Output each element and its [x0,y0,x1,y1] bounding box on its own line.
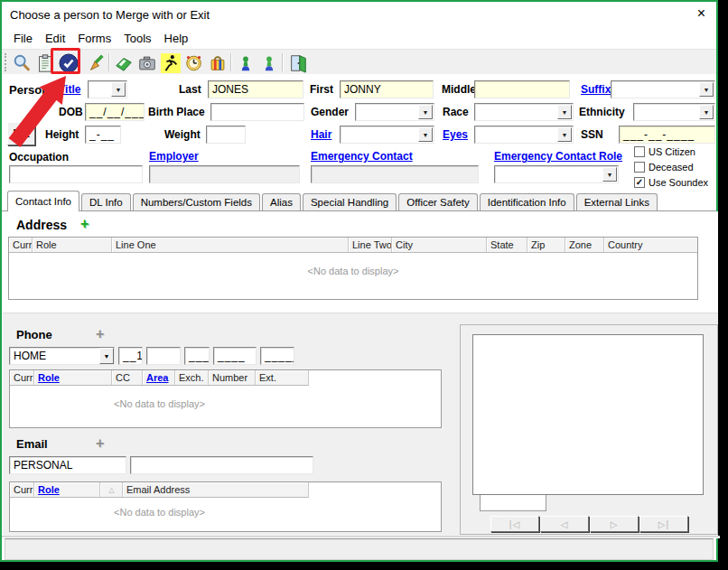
gender-select[interactable]: ▼ [355,103,434,121]
column-header-zip[interactable]: Zip [527,238,565,252]
tab-numbers-custom-fields[interactable]: Numbers/Custom Fields [133,193,260,211]
phone-number-field[interactable]: ____ [213,347,257,365]
middle-name-field[interactable] [474,80,570,98]
hair-link[interactable]: Hair [311,128,331,141]
height-field[interactable]: _-__ [85,126,121,144]
column-header-state[interactable]: State [487,238,527,252]
chevron-down-icon[interactable]: ▼ [111,82,126,97]
eyes-link[interactable]: Eyes [443,128,468,141]
email-grid[interactable]: Curr Role △ Email Address <No data to di… [9,481,442,532]
checkbox-mark[interactable] [634,162,645,173]
chevron-down-icon[interactable]: ▼ [418,105,433,119]
record-first-button[interactable]: |◁ [490,516,539,532]
column-header-city[interactable]: City [392,238,487,252]
tab-external-links[interactable]: External Links [576,193,658,211]
deceased-checkbox[interactable]: Deceased [634,162,694,173]
chevron-down-icon[interactable]: ▼ [99,348,114,364]
close-icon[interactable]: × [697,6,705,21]
add-address-icon[interactable]: + [80,216,89,232]
record-prev-button[interactable]: ◁ [540,516,589,532]
runner-icon[interactable] [160,52,182,74]
column-header-line-two[interactable]: Line Two [349,238,392,252]
tab-contact-info[interactable]: Contact Info [7,191,79,211]
phone-cc-field[interactable]: __1 [118,347,143,365]
record-next-button[interactable]: ▷ [590,516,639,532]
chevron-down-icon[interactable]: ▼ [699,82,714,97]
column-header-zone[interactable]: Zone [565,238,604,252]
emergency-contact-link[interactable]: Emergency Contact [311,150,413,163]
phone-exchange-field[interactable]: ___ [184,347,210,365]
emergency-contact-role-link[interactable]: Emergency Contact Role [494,150,622,163]
occupation-field[interactable] [9,165,143,183]
menu-forms[interactable]: Forms [71,30,117,47]
phone-ext-field[interactable]: _____ [260,347,294,365]
chevron-down-icon[interactable]: ▼ [557,127,572,142]
address-grid[interactable]: Curr Role Line One Line Two City State Z… [8,237,698,300]
person-blue-icon[interactable] [235,52,257,74]
ethnicity-select[interactable]: ▼ [633,103,715,121]
column-header-ext[interactable]: Ext. [256,370,308,385]
eyes-select[interactable]: ▼ [474,126,574,144]
clock-icon[interactable] [183,52,205,74]
email-address-field[interactable] [130,456,313,474]
camera-icon[interactable] [136,52,158,74]
column-header-line-one[interactable]: Line One [112,238,349,252]
suffix-link[interactable]: Suffix [581,83,611,96]
employer-link[interactable]: Employer [149,150,199,163]
last-name-field[interactable]: JONES [208,80,303,98]
phone-area-select[interactable] [146,347,181,365]
column-header-curr[interactable]: Curr [9,238,33,252]
checkbox-mark[interactable]: ✓ [634,177,645,188]
race-select[interactable]: ▼ [474,103,574,121]
tab-dl-info[interactable]: DL Info [81,193,131,211]
checkbox-mark[interactable] [634,146,645,157]
person-green-icon[interactable] [258,52,280,74]
search-icon[interactable] [11,52,33,74]
email-type-select[interactable]: PERSONAL [9,456,126,474]
menu-help[interactable]: Help [158,30,195,47]
chevron-down-icon[interactable]: ▼ [418,127,433,142]
column-header-cc[interactable]: CC [112,370,143,385]
record-last-button[interactable]: ▷| [639,516,688,532]
column-header-role[interactable]: Role [33,238,112,252]
tab-special-handling[interactable]: Special Handling [303,193,397,211]
menu-tools[interactable]: Tools [117,30,157,47]
column-header-role[interactable]: Role [34,482,100,497]
exit-door-icon[interactable] [287,52,309,74]
column-header-area[interactable]: Area [143,370,175,385]
tab-officer-safety[interactable]: Officer Safety [398,193,477,211]
column-header-number[interactable]: Number [209,370,256,385]
birth-place-field[interactable] [210,103,304,121]
menu-edit[interactable]: Edit [39,30,71,47]
menu-file[interactable]: File [7,30,39,47]
title-link[interactable]: Title [59,83,80,96]
chevron-down-icon[interactable]: ▼ [699,105,714,119]
weight-field[interactable] [206,126,246,144]
phone-grid[interactable]: Curr Role CC Area Exch. Number Ext. <No … [9,369,442,428]
suffix-select[interactable]: ▼ [611,80,715,98]
chevron-down-icon[interactable]: ▼ [602,167,617,182]
tab-alias[interactable]: Alias [262,193,301,211]
bag-icon[interactable] [207,52,229,74]
us-citizen-checkbox[interactable]: US Citizen [634,146,695,157]
tab-identification-info[interactable]: Identification Info [480,193,574,211]
ssn-field[interactable]: ___-__-____ [619,126,715,144]
add-email-icon[interactable]: + [96,435,104,452]
hair-select[interactable]: ▼ [340,126,434,144]
column-header-exch[interactable]: Exch. [175,370,209,385]
column-header-role[interactable]: Role [34,370,112,385]
dl-button[interactable]: D/L [7,122,35,145]
first-name-field[interactable]: JONNY [340,80,434,98]
column-header-curr[interactable]: Curr [10,482,34,497]
book-icon[interactable] [113,52,135,74]
emergency-contact-role-select[interactable]: ▼ [494,165,619,183]
brush-icon[interactable] [85,52,107,74]
chevron-down-icon[interactable]: ▼ [557,105,572,119]
dob-field[interactable]: __/__/____ [85,103,145,121]
use-soundex-checkbox[interactable]: ✓ Use Soundex [634,177,708,188]
title-select[interactable]: ▼ [88,80,127,98]
column-header-email-address[interactable]: Email Address [123,482,308,497]
add-phone-icon[interactable]: + [96,326,104,342]
column-header-curr[interactable]: Curr [10,370,34,385]
column-header-country[interactable]: Country [604,238,697,252]
